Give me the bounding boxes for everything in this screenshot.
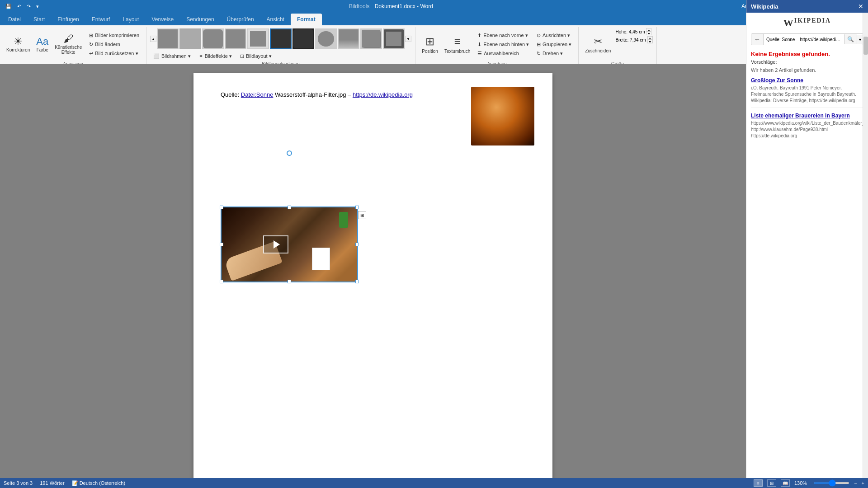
height-row: Höhe: 4,45 cm ▲ ▼ (615, 28, 652, 35)
more-quick-btn[interactable]: ▾ (34, 3, 41, 10)
farbe-btn[interactable]: Aa Farbe (33, 32, 51, 56)
ribbon-tab-bar: Datei Start Einfügen Entwurf Layout Verw… (0, 13, 868, 25)
resize-handle-br[interactable] (355, 280, 359, 283)
resize-handle-tl[interactable] (220, 206, 223, 209)
bild-zuruecksetzen-btn[interactable]: ↩ Bild zurücksetzen ▾ (86, 49, 142, 58)
height-up-btn[interactable]: ▲ (646, 28, 651, 32)
zoom-slider[interactable] (813, 482, 849, 484)
img-style-9[interactable] (338, 28, 359, 49)
source-link-datei[interactable]: Datei:Sonne (241, 91, 274, 98)
wikipedia-search-bar: ← 🔍 ▾ (751, 33, 863, 45)
wikipedia-dropdown-btn[interactable]: ▾ (857, 35, 863, 44)
img-style-4[interactable] (225, 28, 246, 49)
bildrahmen-btn[interactable]: ⬜ Bildrahmen ▾ (150, 52, 194, 61)
video-play-button[interactable] (263, 235, 288, 253)
source-link-wikipedia[interactable]: https://de.wikipedia.org (353, 91, 413, 98)
zuschneiden-btn[interactable]: ✂ Zuschneiden (582, 34, 613, 55)
ebene-nach-vorne-btn[interactable]: ⬆ Ebene nach vorne ▾ (474, 31, 532, 40)
resize-handle-bm[interactable] (288, 280, 291, 283)
ribbon-group-anordnen: ⊞ Position ≡ Textumbruch ⬆ Ebene nach vo… (415, 27, 579, 67)
resize-handle-tm[interactable] (288, 206, 291, 209)
height-down-btn[interactable]: ▼ (646, 32, 651, 35)
wikipedia-search-input[interactable] (764, 35, 844, 44)
view-read-btn[interactable]: 📖 (781, 479, 790, 487)
green-object (339, 212, 348, 228)
wikipedia-back-btn[interactable]: ← (751, 34, 764, 45)
tab-entwurf[interactable]: Entwurf (85, 14, 117, 25)
tab-ansicht[interactable]: Ansicht (260, 14, 291, 25)
panel-scroll-thumb[interactable] (863, 37, 868, 55)
img-style-3[interactable] (202, 28, 224, 49)
tab-layout[interactable]: Layout (116, 14, 145, 25)
bild-zuruecksetzen-label: Bild zurücksetzen (95, 51, 134, 56)
zoom-label: 130% (794, 480, 807, 486)
undo-btn[interactable]: ↶ (15, 3, 23, 10)
rotate-handle[interactable] (287, 150, 292, 156)
thumb-scroll-down[interactable]: ▼ (405, 36, 411, 42)
panel-scrollbar[interactable]: ▼ (863, 13, 868, 488)
gruppieren-label: Gruppieren ▾ (542, 42, 571, 47)
tab-format[interactable]: Format (291, 14, 322, 25)
height-label: Höhe: 4,45 cm (615, 29, 645, 34)
resize-handle-tr[interactable] (355, 206, 359, 209)
card-element (312, 248, 330, 270)
resize-handle-ml[interactable] (220, 243, 223, 246)
redo-btn[interactable]: ↷ (25, 3, 33, 10)
view-normal-btn[interactable]: ≡ (754, 479, 763, 487)
wikipedia-search-btn[interactable]: 🔍 (844, 34, 857, 44)
img-style-1[interactable] (157, 28, 179, 49)
tab-datei[interactable]: Datei (2, 14, 27, 25)
img-style-5[interactable] (247, 28, 269, 49)
title-bar: 💾 ↶ ↷ ▾ Bildtools Dokument1.docx - Word … (0, 0, 868, 13)
auswahlbereich-btn[interactable]: ☰ Auswahlbereich (474, 49, 532, 58)
wikipedia-logo: WIKIPEDIA (751, 17, 863, 29)
ebene-nach-hinten-icon: ⬇ (477, 42, 481, 47)
korrekturen-btn[interactable]: ☀ Korrekturen (4, 32, 33, 56)
img-style-6[interactable] (270, 28, 292, 49)
spellcheck-icon: 📝 (72, 480, 78, 486)
img-style-10[interactable] (360, 28, 382, 49)
kuenstlerische-btn[interactable]: 🖌 KünstlerischeEffekte (52, 32, 85, 56)
bildeffekte-btn[interactable]: ✦ Bildeffekte ▾ (196, 52, 235, 61)
width-up-btn[interactable]: ▲ (647, 36, 653, 40)
position-btn[interactable]: ⊞ Position (419, 33, 441, 56)
wikipedia-title: Wikipedia (751, 3, 778, 10)
tab-ueberpruefen[interactable]: Überprüfen (221, 14, 260, 25)
ausrichten-btn[interactable]: ⊜ Ausrichten ▾ (533, 31, 575, 40)
video-container[interactable]: ⊞ (221, 206, 358, 282)
thumb-scroll-up[interactable]: ▲ (150, 36, 156, 42)
textumbruch-btn[interactable]: ≡ Textumbruch (442, 33, 473, 56)
width-down-btn[interactable]: ▼ (647, 40, 653, 43)
tab-einfuegen[interactable]: Einfügen (51, 14, 85, 25)
sun-image (471, 87, 534, 145)
suggestion-2-title[interactable]: Liste ehemaliger Brauereien in Bayern (751, 113, 863, 119)
bild-zuruecksetzen-icon: ↩ (89, 51, 93, 56)
bilder-komprimieren-btn[interactable]: ⊞ Bilder komprimieren (86, 31, 142, 40)
bildlayout-icon: ⊡ (240, 53, 244, 59)
img-style-7[interactable] (292, 28, 314, 49)
view-layout-btn[interactable]: ⊞ (767, 479, 776, 487)
auswahlbereich-label: Auswahlbereich (484, 51, 519, 56)
wikipedia-close-btn[interactable]: ✕ (858, 3, 863, 10)
ribbon: Datei Start Einfügen Entwurf Layout Verw… (0, 13, 868, 70)
resize-handle-mr[interactable] (355, 243, 359, 246)
tab-start[interactable]: Start (27, 14, 51, 25)
drehen-btn[interactable]: ↻ Drehen ▾ (533, 49, 575, 58)
resize-handle-bl[interactable] (220, 280, 223, 283)
suggestion-item-1: Großloge Zur Sonne i.O. Bayreuth, Bayreu… (751, 77, 863, 108)
zuschneiden-icon: ✂ (594, 36, 602, 47)
bild-zuruecksetzen-arrow: ▾ (136, 51, 138, 56)
gruppieren-btn[interactable]: ⊟ Gruppieren ▾ (533, 40, 575, 49)
document-page: Quelle: Datei:Sonne Wasserstoff-alpha-Fi… (193, 73, 552, 478)
tab-sendungen[interactable]: Sendungen (180, 14, 220, 25)
img-style-8[interactable] (315, 28, 337, 49)
bild-aendern-btn[interactable]: ↻ Bild ändern (86, 40, 142, 49)
suggestion-1-title[interactable]: Großloge Zur Sonne (751, 77, 863, 84)
save-quick-btn[interactable]: 💾 (4, 3, 14, 10)
img-style-2[interactable] (179, 28, 201, 49)
layout-options-btn[interactable]: ⊞ (358, 211, 366, 219)
bildlayout-btn[interactable]: ⊡ Bildlayout ▾ (237, 52, 275, 61)
ebene-nach-hinten-btn[interactable]: ⬇ Ebene nach hinten ▾ (474, 40, 532, 49)
img-style-11[interactable] (383, 28, 405, 49)
tab-verweise[interactable]: Verweise (145, 14, 180, 25)
